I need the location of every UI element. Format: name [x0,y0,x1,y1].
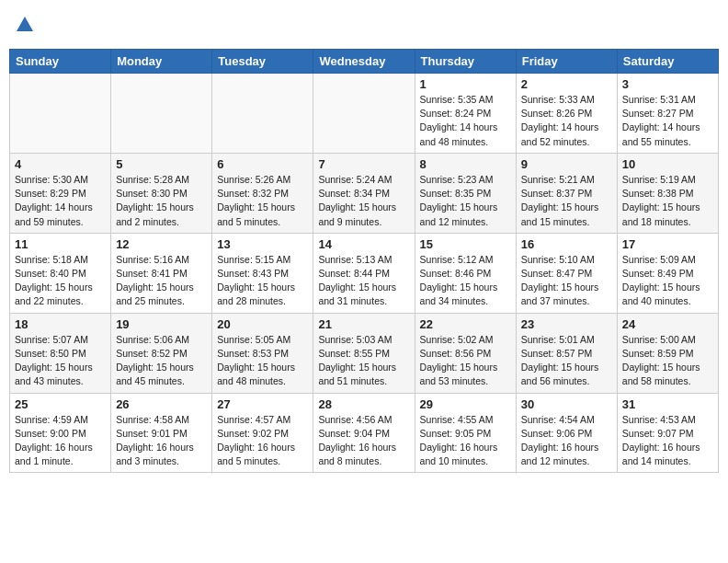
day-detail: Sunrise: 5:05 AMSunset: 8:53 PMDaylight:… [217,333,308,389]
calendar-cell [111,74,212,154]
day-detail: Sunrise: 5:31 AMSunset: 8:27 PMDaylight:… [622,93,713,149]
calendar-cell: 8 Sunrise: 5:23 AMSunset: 8:35 PMDayligh… [415,153,516,233]
day-number: 8 [420,157,511,171]
day-detail: Sunrise: 4:56 AMSunset: 9:04 PMDaylight:… [318,413,409,469]
day-number: 23 [521,317,612,331]
calendar-cell: 14 Sunrise: 5:13 AMSunset: 8:44 PMDaylig… [313,233,415,313]
day-number: 14 [318,237,409,251]
day-detail: Sunrise: 4:55 AMSunset: 9:05 PMDaylight:… [420,413,511,469]
day-number: 4 [15,157,106,171]
day-number: 22 [420,317,511,331]
svg-marker-0 [17,17,33,31]
day-detail: Sunrise: 5:21 AMSunset: 8:37 PMDaylight:… [521,173,612,229]
calendar-cell: 24 Sunrise: 5:00 AMSunset: 8:59 PMDaylig… [617,313,718,393]
calendar-week-row: 1 Sunrise: 5:35 AMSunset: 8:24 PMDayligh… [10,74,719,154]
calendar-cell: 7 Sunrise: 5:24 AMSunset: 8:34 PMDayligh… [313,153,415,233]
calendar-cell: 13 Sunrise: 5:15 AMSunset: 8:43 PMDaylig… [212,233,313,313]
day-detail: Sunrise: 5:01 AMSunset: 8:57 PMDaylight:… [521,333,612,389]
weekday-header-monday: Monday [111,50,212,74]
calendar-cell: 10 Sunrise: 5:19 AMSunset: 8:38 PMDaylig… [617,153,718,233]
calendar-cell [313,74,415,154]
weekday-header-thursday: Thursday [415,50,516,74]
calendar-week-row: 11 Sunrise: 5:18 AMSunset: 8:40 PMDaylig… [10,233,719,313]
day-detail: Sunrise: 5:02 AMSunset: 8:56 PMDaylight:… [420,333,511,389]
day-number: 13 [217,237,308,251]
day-detail: Sunrise: 4:54 AMSunset: 9:06 PMDaylight:… [521,413,612,469]
day-number: 20 [217,317,308,331]
calendar-week-row: 18 Sunrise: 5:07 AMSunset: 8:50 PMDaylig… [10,313,719,393]
calendar-cell: 26 Sunrise: 4:58 AMSunset: 9:01 PMDaylig… [111,393,212,473]
calendar-cell [212,74,313,154]
day-detail: Sunrise: 4:59 AMSunset: 9:00 PMDaylight:… [15,413,106,469]
day-number: 27 [217,397,308,411]
day-number: 1 [420,77,511,91]
calendar-cell: 1 Sunrise: 5:35 AMSunset: 8:24 PMDayligh… [415,74,516,154]
calendar-cell: 3 Sunrise: 5:31 AMSunset: 8:27 PMDayligh… [617,74,718,154]
calendar-cell: 9 Sunrise: 5:21 AMSunset: 8:37 PMDayligh… [516,153,617,233]
day-detail: Sunrise: 5:10 AMSunset: 8:47 PMDaylight:… [521,253,612,309]
day-number: 17 [622,237,713,251]
day-number: 21 [318,317,409,331]
day-detail: Sunrise: 5:18 AMSunset: 8:40 PMDaylight:… [15,253,106,309]
day-detail: Sunrise: 5:06 AMSunset: 8:52 PMDaylight:… [116,333,207,389]
day-number: 10 [622,157,713,171]
day-number: 19 [116,317,207,331]
day-detail: Sunrise: 5:23 AMSunset: 8:35 PMDaylight:… [420,173,511,229]
day-detail: Sunrise: 5:03 AMSunset: 8:55 PMDaylight:… [318,333,409,389]
calendar-cell: 25 Sunrise: 4:59 AMSunset: 9:00 PMDaylig… [10,393,111,473]
day-detail: Sunrise: 5:33 AMSunset: 8:26 PMDaylight:… [521,93,612,149]
page-header [9,9,719,45]
day-number: 6 [217,157,308,171]
day-detail: Sunrise: 5:13 AMSunset: 8:44 PMDaylight:… [318,253,409,309]
day-number: 18 [15,317,106,331]
day-number: 25 [15,397,106,411]
calendar-cell: 21 Sunrise: 5:03 AMSunset: 8:55 PMDaylig… [313,313,415,393]
day-detail: Sunrise: 5:15 AMSunset: 8:43 PMDaylight:… [217,253,308,309]
day-number: 3 [622,77,713,91]
calendar-cell: 19 Sunrise: 5:06 AMSunset: 8:52 PMDaylig… [111,313,212,393]
day-detail: Sunrise: 5:00 AMSunset: 8:59 PMDaylight:… [622,333,713,389]
logo-icon [15,15,35,35]
day-number: 30 [521,397,612,411]
weekday-header-friday: Friday [516,50,617,74]
weekday-header-wednesday: Wednesday [313,50,415,74]
calendar-cell: 30 Sunrise: 4:54 AMSunset: 9:06 PMDaylig… [516,393,617,473]
day-detail: Sunrise: 5:19 AMSunset: 8:38 PMDaylight:… [622,173,713,229]
calendar-cell: 6 Sunrise: 5:26 AMSunset: 8:32 PMDayligh… [212,153,313,233]
day-number: 7 [318,157,409,171]
calendar-cell: 18 Sunrise: 5:07 AMSunset: 8:50 PMDaylig… [10,313,111,393]
calendar-cell: 17 Sunrise: 5:09 AMSunset: 8:49 PMDaylig… [617,233,718,313]
day-detail: Sunrise: 4:57 AMSunset: 9:02 PMDaylight:… [217,413,308,469]
day-number: 11 [15,237,106,251]
day-detail: Sunrise: 4:58 AMSunset: 9:01 PMDaylight:… [116,413,207,469]
day-number: 16 [521,237,612,251]
calendar-week-row: 25 Sunrise: 4:59 AMSunset: 9:00 PMDaylig… [10,393,719,473]
weekday-header-saturday: Saturday [617,50,718,74]
day-number: 9 [521,157,612,171]
day-number: 31 [622,397,713,411]
calendar-cell [10,74,111,154]
day-number: 15 [420,237,511,251]
calendar-header-row: SundayMondayTuesdayWednesdayThursdayFrid… [10,50,719,74]
day-detail: Sunrise: 5:24 AMSunset: 8:34 PMDaylight:… [318,173,409,229]
calendar-cell: 28 Sunrise: 4:56 AMSunset: 9:04 PMDaylig… [313,393,415,473]
calendar-week-row: 4 Sunrise: 5:30 AMSunset: 8:29 PMDayligh… [10,153,719,233]
day-detail: Sunrise: 5:28 AMSunset: 8:30 PMDaylight:… [116,173,207,229]
calendar-cell: 22 Sunrise: 5:02 AMSunset: 8:56 PMDaylig… [415,313,516,393]
calendar-cell: 4 Sunrise: 5:30 AMSunset: 8:29 PMDayligh… [10,153,111,233]
calendar-cell: 16 Sunrise: 5:10 AMSunset: 8:47 PMDaylig… [516,233,617,313]
calendar-cell: 20 Sunrise: 5:05 AMSunset: 8:53 PMDaylig… [212,313,313,393]
day-detail: Sunrise: 4:53 AMSunset: 9:07 PMDaylight:… [622,413,713,469]
day-detail: Sunrise: 5:30 AMSunset: 8:29 PMDaylight:… [15,173,106,229]
logo [13,15,35,40]
day-detail: Sunrise: 5:07 AMSunset: 8:50 PMDaylight:… [15,333,106,389]
day-number: 5 [116,157,207,171]
weekday-header-tuesday: Tuesday [212,50,313,74]
day-number: 12 [116,237,207,251]
calendar-cell: 31 Sunrise: 4:53 AMSunset: 9:07 PMDaylig… [617,393,718,473]
calendar-table: SundayMondayTuesdayWednesdayThursdayFrid… [9,49,719,473]
logo-text [13,15,35,40]
calendar-cell: 11 Sunrise: 5:18 AMSunset: 8:40 PMDaylig… [10,233,111,313]
calendar-cell: 29 Sunrise: 4:55 AMSunset: 9:05 PMDaylig… [415,393,516,473]
day-detail: Sunrise: 5:26 AMSunset: 8:32 PMDaylight:… [217,173,308,229]
